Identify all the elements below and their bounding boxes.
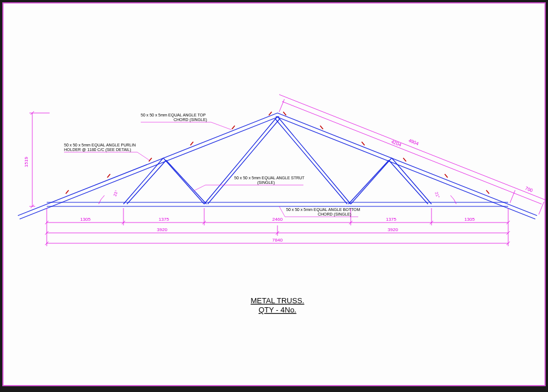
label-purlin-1: 50 x 50 x 5mm EQUAL ANGLE PURLIN	[64, 143, 136, 148]
svg-line-61	[279, 95, 546, 200]
svg-line-63	[510, 190, 515, 203]
svg-line-24	[283, 112, 286, 115]
dim-height: 1519	[24, 157, 29, 167]
svg-line-18	[66, 190, 69, 194]
label-purlin-2: HOLDER @ 1180 C/C (SEE DETAIL)	[64, 148, 131, 152]
svg-line-26	[362, 142, 365, 145]
label-top-chord-2: CHORD (SINGLE)	[174, 118, 207, 122]
dim-seg2: 1375	[159, 217, 169, 222]
svg-line-5	[276, 116, 535, 219]
svg-line-68	[137, 152, 149, 160]
label-strut-1: 50 x 50 x 5mm EQUAL ANGLE STRUT	[234, 176, 305, 180]
svg-line-72	[279, 206, 285, 217]
svg-line-3	[20, 116, 279, 219]
svg-line-20	[149, 158, 152, 161]
dim-total: 7840	[272, 238, 283, 243]
drawing-svg: 1519 1305 1375 2460 1375 1305	[3, 3, 547, 386]
dim-seg4: 1375	[386, 217, 396, 222]
svg-line-27	[403, 158, 406, 161]
dim-seg3: 2460	[272, 217, 283, 222]
svg-line-16	[277, 116, 351, 204]
svg-line-11	[208, 119, 280, 204]
svg-line-66	[211, 122, 231, 130]
svg-line-29	[486, 190, 489, 194]
svg-line-21	[190, 142, 193, 145]
dim-seg1: 1305	[80, 217, 91, 222]
angle-right: 21°	[434, 191, 440, 199]
svg-line-60	[282, 101, 542, 204]
dim-tc-full: 4904	[408, 138, 419, 146]
svg-line-6	[123, 158, 163, 204]
label-strut-2: (SINGLE)	[257, 180, 275, 185]
labels: 50 x 50 x 5mm EQUAL ANGLE TOP CHORD (SIN…	[64, 113, 361, 217]
dim-half-right: 3920	[388, 227, 398, 232]
svg-line-4	[277, 113, 537, 216]
viewport: 1519 1305 1375 2460 1375 1305	[0, 0, 548, 392]
svg-line-62	[279, 99, 284, 112]
svg-line-19	[107, 174, 110, 178]
svg-line-64	[539, 202, 544, 214]
svg-line-7	[127, 160, 166, 204]
dim-half-left: 3920	[157, 227, 167, 232]
canvas: 1519 1305 1375 2460 1375 1305	[2, 2, 546, 386]
svg-line-2	[18, 113, 277, 216]
svg-line-25	[320, 126, 323, 129]
svg-line-12	[392, 158, 431, 204]
label-bottom-2: CHORD (SINGLE)	[318, 212, 351, 217]
svg-line-8	[163, 158, 204, 204]
svg-line-9	[166, 160, 207, 204]
label-bottom-1: 50 x 50 x 5mm EQUAL ANGLE BOTTOM	[286, 208, 361, 212]
svg-line-17	[275, 119, 347, 204]
drawing-title-1: METAL TRUSS.	[251, 296, 305, 305]
svg-line-22	[232, 126, 235, 129]
drawing-title-2: QTY - 4No.	[258, 306, 296, 314]
svg-line-15	[348, 160, 389, 204]
svg-line-28	[445, 174, 448, 178]
svg-line-23	[269, 112, 272, 115]
label-top-chord-1: 50 x 50 x 5mm EQUAL ANGLE TOP	[141, 113, 206, 118]
angle-left: 21°	[112, 190, 118, 197]
dimensions: 1519 1305 1375 2460 1375 1305	[24, 95, 546, 246]
svg-line-10	[204, 116, 277, 204]
dim-seg5: 1305	[464, 217, 475, 222]
svg-line-70	[194, 185, 205, 191]
svg-line-13	[389, 160, 428, 204]
svg-line-14	[351, 158, 392, 204]
